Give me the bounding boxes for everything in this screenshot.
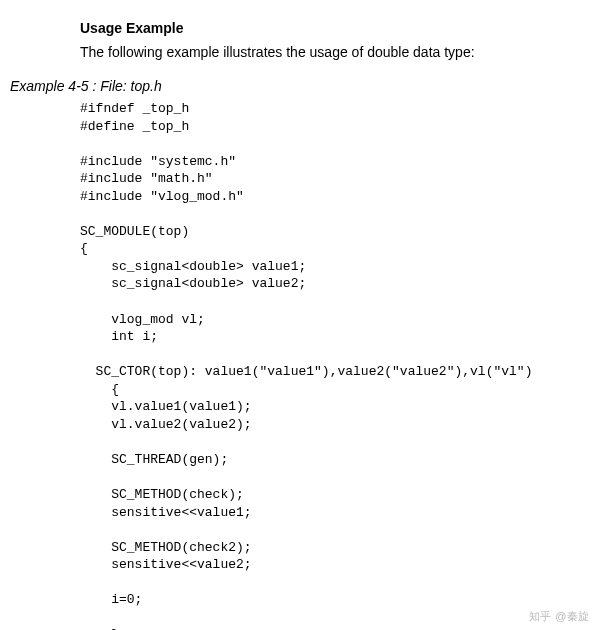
code-block: #ifndef _top_h #define _top_h #include "… [80, 100, 580, 630]
section-heading: Usage Example [80, 20, 580, 36]
page-content: Usage Example The following example illu… [0, 0, 600, 630]
section-description: The following example illustrates the us… [80, 44, 580, 60]
watermark: 知乎 @秦旋 [529, 609, 590, 624]
example-label: Example 4-5 : File: top.h [10, 78, 580, 94]
